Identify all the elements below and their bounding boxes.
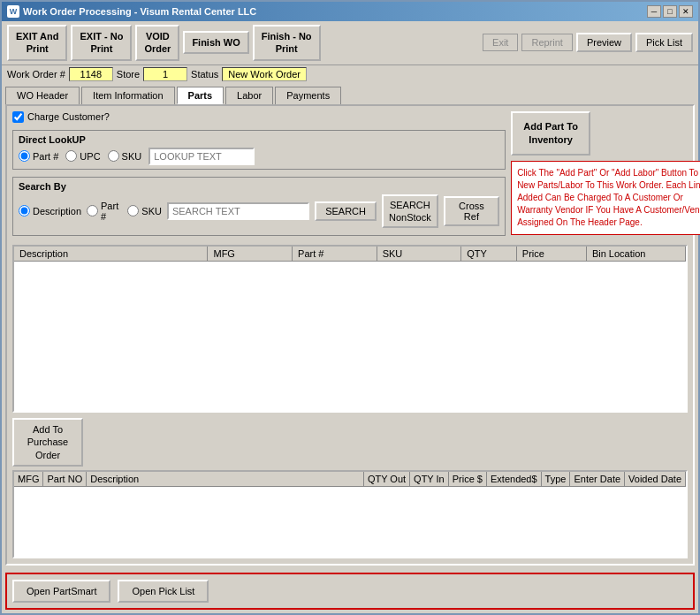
- search-by-row: Description Part # SKU SEARCH: [19, 194, 499, 229]
- pick-list-button[interactable]: Pick List: [635, 33, 693, 52]
- col-bin: Bin Location: [587, 247, 686, 261]
- exit-no-print-button[interactable]: EXIT - No Print: [71, 25, 132, 61]
- app-icon: W: [7, 5, 19, 18]
- tab-parts[interactable]: Parts: [177, 87, 224, 104]
- void-order-button[interactable]: VOID Order: [135, 25, 179, 61]
- add-to-po-button[interactable]: Add To Purchase Order: [12, 418, 83, 467]
- lookup-sku-radio[interactable]: [108, 150, 119, 162]
- maximize-button[interactable]: □: [663, 5, 677, 18]
- bcol-qty-out: QTY Out: [364, 472, 410, 486]
- search-results-table: Description MFG Part # SKU QTY Price Bin…: [12, 245, 688, 413]
- direct-lookup-group: Direct LookUP Part # UPC: [12, 130, 506, 170]
- lookup-part-radio[interactable]: [19, 150, 30, 162]
- title-controls: ─ □ ✕: [647, 5, 693, 18]
- lookup-part-label[interactable]: Part #: [19, 150, 58, 162]
- info-box: Click The "Add Part" Or "Add Labor" Butt…: [511, 161, 700, 235]
- lookup-sku-label[interactable]: SKU: [108, 150, 142, 162]
- bcol-part-no: Part NO: [43, 472, 87, 486]
- open-partsmart-button[interactable]: Open PartSmart: [12, 580, 110, 603]
- exit-button[interactable]: Exit: [483, 34, 518, 51]
- bcol-voided-date: Voided Date: [625, 472, 686, 486]
- charge-customer-label[interactable]: Charge Customer?: [12, 111, 110, 123]
- add-part-button[interactable]: Add Part To Inventory: [511, 111, 590, 156]
- work-order-row: Work Order # 1148 Store 1 Status New Wor…: [2, 65, 698, 83]
- window-title: Work Order Processing - Visum Rental Cen…: [23, 6, 256, 17]
- search-by-group: Search By Description Part #: [12, 177, 506, 237]
- close-button[interactable]: ✕: [679, 5, 693, 18]
- search-input[interactable]: [167, 202, 309, 220]
- bcol-enter-date: Enter Date: [570, 472, 625, 486]
- footer-section: Open PartSmart Open Pick List: [5, 573, 695, 610]
- order-table-header: MFG Part NO Description QTY Out QTY In P…: [14, 472, 686, 487]
- status-value: New Work Order: [222, 67, 307, 81]
- panel-left: Charge Customer? Direct LookUP Part #: [12, 111, 506, 240]
- finish-no-print-button[interactable]: Finish - No Print: [253, 25, 321, 61]
- bcol-description: Description: [87, 472, 364, 486]
- lookup-radio-row: Part # UPC SKU: [19, 148, 499, 165]
- bottom-section: Add To Purchase Order MFG Part NO Descri…: [12, 418, 688, 558]
- cross-ref-button[interactable]: Cross Ref: [444, 196, 499, 226]
- open-picklist-button[interactable]: Open Pick List: [118, 580, 209, 603]
- charge-customer-text: Charge Customer?: [27, 111, 110, 122]
- tab-labor[interactable]: Labor: [225, 87, 273, 104]
- tab-item-information[interactable]: Item Information: [81, 87, 174, 104]
- direct-lookup-label: Direct LookUP: [19, 134, 499, 145]
- store-value: 1: [143, 67, 187, 81]
- col-mfg: MFG: [208, 247, 293, 261]
- search-desc-label[interactable]: Description: [19, 205, 81, 216]
- minimize-button[interactable]: ─: [647, 5, 661, 18]
- col-qty: QTY: [461, 247, 517, 261]
- search-by-label: Search By: [19, 181, 499, 192]
- order-table-body: [14, 487, 686, 558]
- search-sku-label[interactable]: SKU: [127, 205, 162, 216]
- bcol-type: Type: [542, 472, 571, 486]
- tab-payments[interactable]: Payments: [275, 87, 341, 104]
- parts-panel: Charge Customer? Direct LookUP Part #: [5, 104, 695, 566]
- order-items-table: MFG Part NO Description QTY Out QTY In P…: [12, 470, 688, 558]
- title-bar: W Work Order Processing - Visum Rental C…: [2, 2, 698, 21]
- col-part: Part #: [293, 247, 377, 261]
- wo-number: 1148: [69, 67, 113, 81]
- lookup-upc-radio[interactable]: [65, 150, 77, 162]
- tab-bar: WO Header Item Information Parts Labor P…: [5, 87, 695, 104]
- bcol-extended: Extended$: [487, 472, 542, 486]
- preview-button[interactable]: Preview: [576, 33, 632, 52]
- main-content: WO Header Item Information Parts Labor P…: [2, 83, 698, 569]
- reprint-button[interactable]: Reprint: [521, 34, 572, 51]
- store-label: Store: [117, 69, 140, 80]
- main-window: W Work Order Processing - Visum Rental C…: [0, 0, 700, 615]
- search-part-label[interactable]: Part #: [87, 201, 122, 222]
- bcol-mfg: MFG: [14, 472, 43, 486]
- lookup-input[interactable]: [148, 148, 255, 165]
- search-sku-radio[interactable]: [127, 205, 139, 216]
- wo-label: Work Order #: [7, 69, 65, 80]
- search-table-header: Description MFG Part # SKU QTY Price Bin…: [14, 247, 686, 262]
- panel-top: Charge Customer? Direct LookUP Part #: [12, 111, 688, 240]
- tab-wo-header[interactable]: WO Header: [5, 87, 80, 104]
- toolbar-right: Exit Reprint Preview Pick List: [483, 33, 693, 52]
- col-description: Description: [14, 247, 208, 261]
- bcol-qty-in: QTY In: [410, 472, 449, 486]
- exit-print-button[interactable]: EXIT And Print: [7, 25, 67, 61]
- finish-wo-button[interactable]: Finish WO: [183, 31, 248, 54]
- search-desc-radio[interactable]: [19, 205, 30, 216]
- bcol-price: Price $: [449, 472, 487, 486]
- lookup-upc-label[interactable]: UPC: [65, 150, 100, 162]
- search-nonstock-button[interactable]: SEARCH NonStock: [382, 194, 438, 229]
- col-price: Price: [517, 247, 587, 261]
- charge-customer-row: Charge Customer?: [12, 111, 506, 123]
- toolbar: EXIT And Print EXIT - No Print VOID Orde…: [2, 21, 698, 65]
- search-part-radio[interactable]: [87, 205, 98, 216]
- col-sku: SKU: [377, 247, 462, 261]
- search-button[interactable]: SEARCH: [315, 201, 377, 221]
- charge-customer-checkbox[interactable]: [12, 111, 24, 123]
- status-label: Status: [191, 69, 218, 80]
- panel-right: Add Part To Inventory Click The "Add Par…: [511, 111, 700, 240]
